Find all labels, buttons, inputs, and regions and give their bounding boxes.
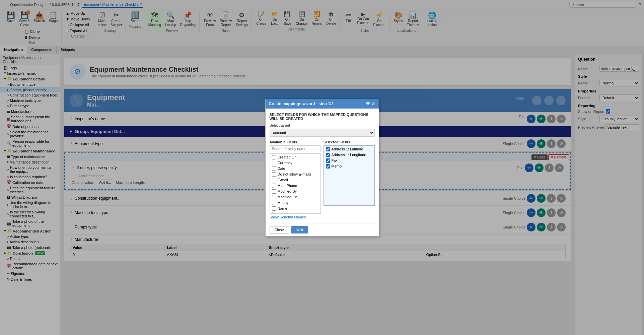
dialog-eye-icon[interactable]: 👁 [366, 101, 370, 107]
selected-address-lat-checkbox[interactable] [326, 147, 330, 151]
selected-memo-label: Memo [332, 164, 342, 168]
field-modified-by-label: Modified By [278, 189, 297, 193]
field-name-checkbox[interactable] [272, 206, 276, 211]
field-modified-on-label: Modified On [278, 195, 297, 199]
dialog-title: Create mappings wizard - step 1/2 [269, 102, 334, 106]
field-money[interactable]: Money [271, 200, 320, 206]
field-do-not-allow-checkbox[interactable] [272, 172, 276, 177]
field-created-on-label: Created On [278, 155, 297, 159]
selected-address-lat[interactable]: Address 1: Latitude [325, 146, 374, 152]
select-target-dropdown[interactable]: account [270, 129, 375, 137]
field-date-checkbox[interactable] [272, 166, 276, 171]
field-email[interactable]: E-mail [271, 177, 320, 183]
dialog-close-btn[interactable]: ✕ [371, 101, 375, 107]
dialog-header-buttons: 👁 ✕ [366, 101, 375, 107]
field-email-checkbox[interactable] [272, 178, 276, 182]
selected-address-lon[interactable]: Address 1: Longitude [325, 152, 374, 158]
field-currency[interactable]: Currency [271, 160, 320, 166]
dialog-header: Create mappings wizard - step 1/2 👁 ✕ [266, 99, 379, 109]
field-modified-on[interactable]: Modified On [271, 194, 320, 200]
selected-fax[interactable]: Fax [325, 158, 374, 163]
field-currency-label: Currency [278, 161, 293, 165]
field-name[interactable]: Name [271, 206, 320, 211]
field-created-on[interactable]: Created On [271, 154, 320, 160]
field-date-label: Date [278, 166, 285, 171]
field-new-money-base-label: new_money_base [278, 212, 307, 214]
field-modified-on-checkbox[interactable] [272, 195, 276, 199]
selected-fields-title: Selected Fields [324, 140, 375, 144]
field-modified-by[interactable]: Modified By [271, 189, 320, 194]
selected-fields-list: Address 1: Latitude Address 1: Longitude… [324, 145, 375, 206]
field-main-phone[interactable]: Main Phone [271, 183, 320, 189]
selected-memo[interactable]: Memo [325, 163, 374, 169]
dialog-close-button[interactable]: Close [270, 226, 289, 233]
field-do-not-allow-label: Do not allow E-mails [278, 172, 311, 176]
fields-search-input[interactable] [270, 145, 321, 152]
field-main-phone-label: Main Phone [278, 184, 297, 188]
field-name-label: Name [278, 206, 287, 210]
select-target-label: Select target [270, 123, 375, 127]
field-new-money-base-checkbox[interactable] [272, 212, 276, 214]
dialog-body: SELECT FIELDS FOR WHICH THE MAPPED QUEST… [266, 109, 379, 223]
available-fields-list: Created On Currency Date Do not all [270, 153, 321, 214]
field-email-label: E-mail [278, 178, 288, 182]
show-schema-link[interactable]: Show Schema Names [270, 215, 375, 219]
available-fields-col: Available Fields Created On Currency [270, 140, 321, 214]
dialog-next-button[interactable]: Next [291, 226, 308, 233]
selected-fields-col: Selected Fields Address 1: Latitude Addr… [324, 140, 375, 214]
selected-fax-checkbox[interactable] [326, 158, 330, 163]
selected-address-lon-label: Address 1: Longitude [332, 153, 366, 157]
mappings-dialog: Create mappings wizard - step 1/2 👁 ✕ SE… [265, 99, 379, 237]
selected-address-lat-label: Address 1: Latitude [332, 147, 363, 151]
field-modified-by-checkbox[interactable] [272, 189, 276, 194]
fields-row: Available Fields Created On Currency [270, 140, 375, 214]
selected-fax-label: Fax [332, 158, 338, 162]
dialog-overlay: Create mappings wizard - step 1/2 👁 ✕ SE… [0, 0, 644, 335]
field-new-money-base[interactable]: new_money_base [271, 211, 320, 214]
field-created-on-checkbox[interactable] [272, 155, 276, 159]
available-fields-title: Available Fields [270, 140, 321, 144]
field-main-phone-checkbox[interactable] [272, 184, 276, 188]
dialog-footer: Close Next [266, 223, 379, 236]
selected-memo-checkbox[interactable] [326, 164, 330, 169]
selected-address-lon-checkbox[interactable] [326, 153, 330, 157]
field-money-checkbox[interactable] [272, 201, 276, 205]
field-do-not-allow[interactable]: Do not allow E-mails [271, 172, 320, 177]
field-currency-checkbox[interactable] [272, 161, 276, 165]
dialog-subtitle: SELECT FIELDS FOR WHICH THE MAPPED QUEST… [270, 113, 375, 121]
field-date[interactable]: Date [271, 166, 320, 172]
field-money-label: Money [278, 201, 289, 205]
